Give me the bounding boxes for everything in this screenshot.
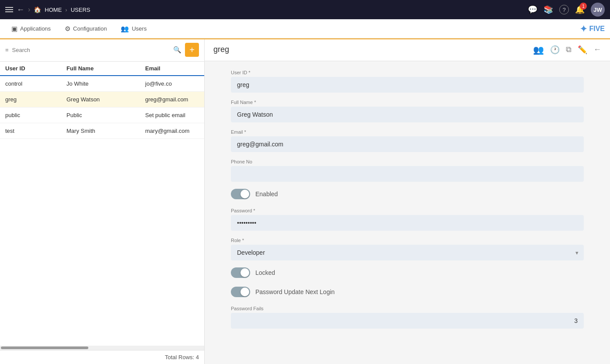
forward-button[interactable]: › <box>28 6 30 14</box>
field-user-id: User ID * <box>231 70 584 93</box>
main-content: ≡ 🔍 + User ID Full Name Email control Jo… <box>0 38 610 364</box>
email-label: Email * <box>231 129 584 135</box>
back-button[interactable]: ← <box>17 5 24 14</box>
history-btn[interactable]: 🕐 <box>550 45 560 55</box>
top-bar: ← › 🏠 HOME › USERS 💬 📚 ? 🔔 1 JW <box>0 0 610 19</box>
cell-user-id: control <box>5 80 66 87</box>
cell-full-name: Greg Watson <box>66 96 145 103</box>
right-panel: greg 👥 🕐 ⧉ ✏️ ← <box>205 38 610 364</box>
role-select[interactable]: Developer Admin User <box>231 245 584 260</box>
history-icon: 🕐 <box>550 45 560 55</box>
enabled-label: Enabled <box>255 191 278 198</box>
enabled-toggle[interactable] <box>231 189 250 199</box>
enabled-knob <box>241 190 249 198</box>
filter-icon[interactable]: ≡ <box>5 47 9 53</box>
table-footer: Total Rows: 4 <box>0 350 204 364</box>
col-user-id: User ID <box>5 65 66 72</box>
breadcrumb: 🏠 HOME › USERS <box>34 6 90 13</box>
col-full-name: Full Name <box>66 65 145 72</box>
cell-full-name: Mary Smith <box>66 128 145 134</box>
locked-knob <box>241 268 249 277</box>
role-select-wrapper: Developer Admin User ▾ <box>231 245 584 260</box>
locked-row: Locked <box>231 267 584 278</box>
tab-configuration[interactable]: ⚙ Configuration <box>59 19 113 38</box>
password-fails-input[interactable] <box>231 313 584 329</box>
cell-email: mary@gmail.com <box>145 128 199 134</box>
copy-icon: ⧉ <box>566 45 572 54</box>
avatar[interactable]: JW <box>591 3 605 17</box>
cell-email: greg@gmail.com <box>145 96 199 103</box>
cell-email: Set public email <box>145 112 199 118</box>
table-row[interactable]: test Mary Smith mary@gmail.com <box>0 123 204 139</box>
five-logo: ✦ FIVE <box>580 24 605 34</box>
users-icon: 👥 <box>121 25 129 33</box>
email-input[interactable] <box>231 136 584 152</box>
add-button[interactable]: + <box>185 43 199 57</box>
record-title: greg <box>213 45 528 54</box>
cell-user-id: test <box>5 128 66 134</box>
table-row[interactable]: control Jo White jo@five.co <box>0 76 204 92</box>
hamburger-icon <box>5 7 13 12</box>
cell-full-name: Public <box>66 112 145 118</box>
tab-applications[interactable]: ▣ Applications <box>5 19 57 38</box>
table-row[interactable]: public Public Set public email <box>0 107 204 123</box>
table-header: User ID Full Name Email <box>0 62 204 76</box>
user-id-label: User ID * <box>231 70 584 75</box>
field-phone: Phone No <box>231 159 584 182</box>
copy-btn[interactable]: ⧉ <box>566 45 572 54</box>
books-icon[interactable]: 📚 <box>544 5 553 14</box>
form-content: User ID * Full Name * Email * Phone No <box>205 61 610 344</box>
password-input[interactable] <box>231 215 584 231</box>
notification-badge: 1 <box>580 3 587 10</box>
field-role: Role * Developer Admin User ▾ <box>231 238 584 260</box>
search-input[interactable] <box>12 47 170 53</box>
search-button[interactable]: 🔍 <box>173 46 181 54</box>
five-logo-area: ✦ FIVE <box>580 24 605 34</box>
second-nav: ▣ Applications ⚙ Configuration 👥 Users ✦… <box>0 19 610 38</box>
password-update-toggle[interactable] <box>231 287 250 297</box>
applications-icon: ▣ <box>11 25 17 33</box>
password-fails-label: Password Fails <box>231 306 584 311</box>
cell-user-id: greg <box>5 96 66 103</box>
full-name-input[interactable] <box>231 107 584 122</box>
scrollbar-area[interactable] <box>0 346 204 350</box>
notification-bell[interactable]: 🔔 1 <box>575 5 585 14</box>
table-row[interactable]: greg Greg Watson greg@gmail.com <box>0 92 204 107</box>
full-name-label: Full Name * <box>231 100 584 105</box>
cell-email: jo@five.co <box>145 80 199 87</box>
tab-users[interactable]: 👥 Users <box>115 19 153 38</box>
right-header: greg 👥 🕐 ⧉ ✏️ ← <box>205 38 610 61</box>
search-bar: ≡ 🔍 + <box>0 38 204 62</box>
cell-full-name: Jo White <box>66 80 145 87</box>
current-page: USERS <box>71 7 91 13</box>
total-rows: Total Rows: 4 <box>165 354 199 361</box>
locked-toggle[interactable] <box>231 267 250 278</box>
col-email: Email <box>145 65 199 72</box>
tab-applications-label: Applications <box>20 25 51 32</box>
help-icon[interactable]: ? <box>559 5 569 14</box>
scrollbar-thumb[interactable] <box>1 347 88 349</box>
table-body: control Jo White jo@five.co greg Greg Wa… <box>0 76 204 346</box>
home-link[interactable]: HOME <box>45 7 62 13</box>
field-full-name: Full Name * <box>231 100 584 122</box>
hamburger-btn[interactable] <box>5 7 13 12</box>
field-password: Password * <box>231 208 584 231</box>
header-actions: 👥 🕐 ⧉ ✏️ ← <box>533 45 601 55</box>
field-email: Email * <box>231 129 584 152</box>
phone-input[interactable] <box>231 166 584 182</box>
tab-configuration-label: Configuration <box>73 25 107 32</box>
user-id-input[interactable] <box>231 77 584 93</box>
cell-user-id: public <box>5 112 66 118</box>
five-logo-text: FIVE <box>589 25 605 33</box>
group-btn[interactable]: 👥 <box>533 45 544 55</box>
chat-icon[interactable]: 💬 <box>528 5 537 14</box>
back-form-btn[interactable]: ← <box>593 45 601 54</box>
five-logo-icon: ✦ <box>580 24 587 34</box>
edit-btn[interactable]: ✏️ <box>578 45 587 55</box>
configuration-icon: ⚙ <box>65 25 70 33</box>
phone-label: Phone No <box>231 159 584 164</box>
breadcrumb-separator: › <box>65 7 67 13</box>
group-icon: 👥 <box>533 45 544 55</box>
field-password-fails: Password Fails <box>231 306 584 329</box>
top-bar-right: 💬 📚 ? 🔔 1 JW <box>528 3 605 17</box>
